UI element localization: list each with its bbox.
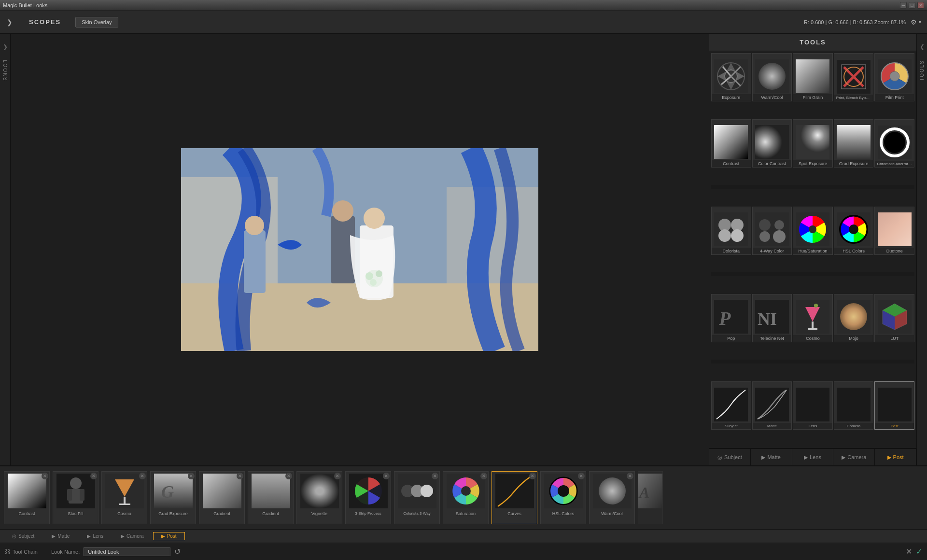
- svg-point-48: [809, 225, 816, 233]
- tab-post[interactable]: ▶ Post: [875, 449, 916, 465]
- strip-tab-camera[interactable]: ▶ Camera: [112, 532, 152, 540]
- maximize-button[interactable]: □: [909, 2, 915, 9]
- tool-curves-matte[interactable]: Matte: [752, 381, 792, 430]
- tool-4way-color[interactable]: 4-Way Color: [752, 207, 792, 255]
- tool-curves-camera-thumb: [834, 387, 873, 423]
- tab-camera[interactable]: ▶ Camera: [833, 449, 875, 465]
- strip-item-cosmo2-close[interactable]: ✕: [139, 473, 146, 479]
- strip-subject-icon: ◎: [12, 533, 16, 539]
- confirm-button[interactable]: ✓: [916, 547, 922, 556]
- tool-contrast[interactable]: Contrast: [711, 119, 751, 168]
- strip-gradient1-label: Gradient: [199, 510, 244, 517]
- tool-pop[interactable]: P Pop: [711, 294, 751, 342]
- tool-contrast-thumb: [712, 124, 751, 160]
- tool-hsl-colors[interactable]: HSL Colors: [834, 207, 874, 255]
- strip-item-gradient1-close[interactable]: ✕: [237, 473, 243, 479]
- tool-cosmo[interactable]: Cosmo: [793, 294, 833, 342]
- strip-item-grad-close[interactable]: ✕: [188, 473, 195, 479]
- tool-colorista-thumb: [712, 211, 751, 248]
- tool-warm-cool[interactable]: Warm/Cool: [752, 53, 792, 101]
- strip-item-cosmo2[interactable]: ✕ Cosmo: [101, 471, 147, 524]
- strip-item-contrast[interactable]: ✕ Contrast: [4, 471, 50, 524]
- tool-duotone-label: Duotone: [875, 248, 914, 254]
- tool-curves-post[interactable]: Post: [874, 381, 914, 430]
- left-sidebar-arrow[interactable]: ❯: [3, 43, 8, 50]
- strip-item-stac[interactable]: ✕ Stac Fill: [53, 471, 98, 524]
- tool-spot-exposure[interactable]: Spot Exposure: [793, 119, 833, 168]
- titlebar: Magic Bullet Looks ─ □ ✕: [0, 0, 927, 11]
- tool-film-print-thumb: [875, 58, 914, 94]
- tools-sidebar-label: TOOLS: [919, 60, 925, 81]
- look-name-section: Look Name: ↺: [51, 547, 181, 556]
- strip-matte-icon: ▶: [52, 533, 56, 539]
- tool-film-grain[interactable]: Film Grain: [793, 53, 833, 101]
- svg-rect-73: [796, 388, 829, 421]
- strip-item-vignette[interactable]: ✕ Vignette: [296, 471, 342, 524]
- tool-curves-camera[interactable]: Camera: [834, 381, 874, 430]
- strip-item-saturation[interactable]: ✕ Saturation: [443, 471, 489, 524]
- close-toolbar-button[interactable]: ✕: [906, 547, 912, 556]
- strip-item-curves[interactable]: ✕ Curves: [492, 471, 537, 524]
- strip-item-3strip-close[interactable]: ✕: [383, 473, 390, 479]
- strip-item-warmcool[interactable]: ✕ Warm/Cool: [589, 471, 635, 524]
- strip-item-colorista3way[interactable]: ✕ Colorista 3-Way: [394, 471, 440, 524]
- close-button[interactable]: ✕: [917, 2, 924, 9]
- tool-film-print[interactable]: Film Print: [874, 53, 914, 101]
- skin-overlay-button[interactable]: Skin Overlay: [75, 17, 118, 28]
- tool-duotone-thumb: [875, 211, 914, 248]
- tool-duotone[interactable]: Duotone: [874, 207, 914, 255]
- strip-tab-matte[interactable]: ▶ Matte: [43, 532, 78, 540]
- topbar-arrow[interactable]: ❯: [5, 16, 14, 28]
- tab-subject[interactable]: ◎ Subject: [709, 449, 751, 465]
- strip-item-3strip[interactable]: ✕ 3-Strip Process: [345, 471, 391, 524]
- tool-print-bleach[interactable]: Print, Bleach Bypass: [834, 53, 874, 101]
- strip-tab-subject[interactable]: ◎ Subject: [4, 532, 42, 540]
- strip-tab-post[interactable]: ▶ Post: [153, 532, 185, 540]
- strip-item-contrast-close[interactable]: ✕: [42, 473, 48, 479]
- tool-hue-saturation[interactable]: Hue/Saturation: [793, 207, 833, 255]
- svg-text:P: P: [718, 308, 731, 329]
- tool-hsl-colors-thumb: [834, 211, 873, 248]
- tool-colorista[interactable]: Colorista: [711, 207, 751, 255]
- strip-warmcool-label: Warm/Cool: [590, 510, 634, 517]
- tool-color-contrast[interactable]: Color Contrast: [752, 119, 792, 168]
- tool-curves-subject[interactable]: Subject: [711, 381, 751, 430]
- strip-tab-lens[interactable]: ▶ Lens: [79, 532, 112, 540]
- tool-exposure-label: Exposure: [712, 94, 751, 101]
- strip-lens-label: Lens: [93, 533, 103, 539]
- right-sidebar-arrow[interactable]: ❮: [920, 43, 925, 50]
- tool-hsl-colors-label: HSL Colors: [834, 248, 873, 254]
- strip-item-warmcool-close[interactable]: ✕: [627, 473, 633, 479]
- svg-point-102: [558, 485, 569, 497]
- tool-exposure[interactable]: Exposure: [711, 53, 751, 101]
- tool-grad-exposure[interactable]: Grad Exposure: [834, 119, 874, 168]
- strip-item-vignette-close[interactable]: ✕: [334, 473, 341, 479]
- strip-item-hslcolors[interactable]: ✕ HSL Colors: [540, 471, 586, 524]
- strip-item-gradient1[interactable]: ✕ Gradient: [199, 471, 245, 524]
- toolbar: ⛓ Tool Chain Look Name: ↺ ✕ ✓: [0, 543, 927, 560]
- strip-item-stac-close[interactable]: ✕: [90, 473, 97, 479]
- tool-chromatic-aberration[interactable]: Chromatic Aberration: [874, 119, 914, 168]
- gear-button[interactable]: ⚙ ▼: [911, 18, 922, 26]
- look-name-input[interactable]: [84, 547, 170, 556]
- strip-item-colorista3way-close[interactable]: ✕: [432, 473, 438, 479]
- minimize-button[interactable]: ─: [900, 2, 907, 9]
- strip-item-grad[interactable]: ✕ G Grad Exposure: [150, 471, 196, 524]
- strip-item-hslcolors-close[interactable]: ✕: [578, 473, 585, 479]
- tab-matte[interactable]: ▶ Matte: [751, 449, 792, 465]
- strip-curves-label: Curves: [492, 510, 537, 517]
- strip-item-saturation-close[interactable]: ✕: [480, 473, 487, 479]
- tool-telecine-net[interactable]: NI Telecine Net: [752, 294, 792, 342]
- tab-lens[interactable]: ▶ Lens: [792, 449, 834, 465]
- strip-saturation-label: Saturation: [443, 510, 488, 517]
- svg-point-27: [890, 71, 899, 81]
- strip-item-gradient2[interactable]: ✕ Gradient: [248, 471, 294, 524]
- tool-curves-lens[interactable]: Lens: [793, 381, 833, 430]
- color-info: R: 0.680 | G: 0.666 | B: 0.563 Zoom: 87.…: [804, 19, 906, 25]
- reset-button[interactable]: ↺: [174, 547, 181, 556]
- tool-lut[interactable]: LUT: [874, 294, 914, 342]
- strip-item-partial[interactable]: A: [638, 471, 663, 524]
- strip-item-gradient2-close[interactable]: ✕: [285, 473, 292, 479]
- strip-item-curves-close[interactable]: ✕: [529, 473, 536, 479]
- tool-mojo[interactable]: Mojo: [834, 294, 874, 342]
